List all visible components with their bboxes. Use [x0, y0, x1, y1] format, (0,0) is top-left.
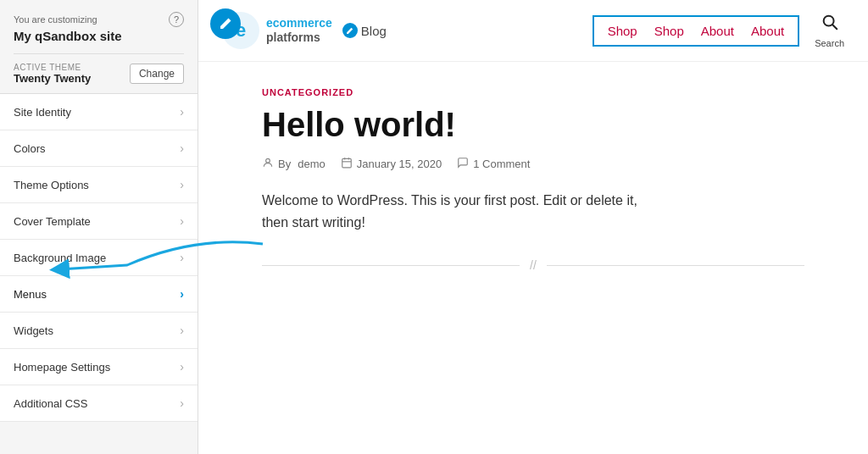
author-name: demo	[298, 158, 326, 170]
nav-item-about-2[interactable]: About	[751, 24, 784, 38]
nav-menu-highlighted: Shop Shop About About	[593, 15, 800, 47]
sidebar-item-widgets[interactable]: Widgets ›	[0, 313, 198, 349]
sidebar-item-label: Theme Options	[14, 179, 89, 191]
search-button[interactable]: Search	[815, 13, 844, 48]
chevron-right-icon: ›	[180, 214, 184, 228]
sidebar-nav: Site Identity › Colors › Theme Options ›…	[0, 94, 198, 454]
post-title: Hello world!	[262, 106, 804, 143]
chevron-right-icon: ›	[180, 141, 184, 155]
post-category: UNCATEGORIZED	[262, 87, 804, 97]
chevron-right-icon: ›	[180, 360, 184, 374]
sidebar-item-cover-template[interactable]: Cover Template ›	[0, 203, 198, 240]
sidebar-item-label: Homepage Settings	[14, 361, 110, 374]
nav-item-about-1[interactable]: About	[701, 24, 734, 38]
chevron-right-blue-icon: ›	[180, 287, 184, 301]
logo-text-block: ecommerce platforms	[266, 16, 332, 45]
logo-area: e ecommerce platforms Blog	[222, 12, 387, 49]
post-author-meta: By demo	[262, 157, 326, 171]
active-theme-row: Active theme Twenty Twenty Change	[14, 53, 184, 85]
change-theme-button[interactable]: Change	[130, 64, 184, 84]
sidebar-item-additional-css[interactable]: Additional CSS ›	[0, 385, 198, 422]
customizing-label: You are customizing	[14, 14, 97, 25]
sidebar: You are customizing ? My qSandbox site A…	[0, 0, 198, 454]
site-header: e ecommerce platforms Blog Shop Shop Abo…	[198, 0, 868, 62]
chevron-right-icon: ›	[180, 251, 184, 264]
post-body: Welcome to WordPress. This is your first…	[262, 190, 804, 233]
author-icon	[262, 157, 274, 171]
svg-rect-4	[342, 158, 351, 168]
help-icon[interactable]: ?	[169, 12, 184, 27]
blog-content: UNCATEGORIZED Hello world! By demo Janua…	[245, 62, 821, 289]
calendar-icon	[341, 157, 353, 171]
sidebar-item-label: Site Identity	[14, 106, 71, 119]
sidebar-header: You are customizing ? My qSandbox site A…	[0, 0, 198, 94]
active-theme-name: Twenty Twenty	[14, 72, 91, 85]
search-label: Search	[815, 38, 844, 48]
chevron-right-icon: ›	[180, 324, 184, 337]
post-meta: By demo January 15, 2020 1 Comment	[262, 157, 804, 171]
active-theme-info: Active theme Twenty Twenty	[14, 63, 91, 85]
sidebar-item-theme-options[interactable]: Theme Options ›	[0, 167, 198, 203]
sidebar-item-label: Widgets	[14, 324, 53, 337]
svg-line-2	[832, 25, 837, 29]
sidebar-item-label: Colors	[14, 142, 46, 155]
sidebar-item-homepage-settings[interactable]: Homepage Settings ›	[0, 349, 198, 385]
nav-item-shop-1[interactable]: Shop	[608, 24, 637, 38]
customizing-label-row: You are customizing ?	[14, 12, 184, 27]
chevron-right-icon: ›	[180, 105, 184, 119]
divider-line-left	[262, 265, 520, 266]
post-date-meta: January 15, 2020	[341, 157, 442, 171]
post-divider: //	[262, 258, 804, 272]
divider-line-right	[547, 265, 804, 266]
blog-label: Blog	[361, 24, 387, 38]
chevron-right-icon: ›	[180, 178, 184, 191]
comment-icon	[457, 157, 469, 171]
blog-edit-icon[interactable]	[342, 23, 358, 38]
main-preview: e ecommerce platforms Blog Shop Shop Abo…	[198, 0, 868, 454]
header-right: Shop Shop About About Search	[593, 13, 844, 48]
blog-link[interactable]: Blog	[342, 23, 387, 38]
search-icon	[821, 13, 839, 36]
sidebar-item-label: Additional CSS	[14, 397, 87, 410]
sidebar-item-label: Cover Template	[14, 215, 91, 228]
chevron-right-icon: ›	[180, 396, 184, 410]
author-prefix: By	[278, 158, 291, 170]
site-title: My qSandbox site	[14, 29, 184, 43]
sidebar-item-menus[interactable]: Menus ›	[0, 276, 198, 313]
active-theme-label: Active theme	[14, 63, 91, 72]
sidebar-item-label: Background Image	[14, 252, 106, 264]
nav-item-shop-2[interactable]: Shop	[654, 24, 684, 38]
post-comments: 1 Comment	[473, 158, 530, 170]
post-date: January 15, 2020	[357, 158, 442, 170]
customizer-pencil-icon[interactable]	[210, 8, 241, 39]
logo-line2: platforms	[266, 30, 332, 45]
post-comments-meta: 1 Comment	[457, 157, 530, 171]
sidebar-item-label: Menus	[14, 288, 47, 301]
logo-line1: ecommerce	[266, 16, 332, 30]
sidebar-item-colors[interactable]: Colors ›	[0, 130, 198, 167]
svg-point-3	[266, 158, 270, 163]
sidebar-item-site-identity[interactable]: Site Identity ›	[0, 94, 198, 130]
divider-center: //	[530, 258, 537, 272]
sidebar-item-background-image[interactable]: Background Image ›	[0, 240, 198, 276]
